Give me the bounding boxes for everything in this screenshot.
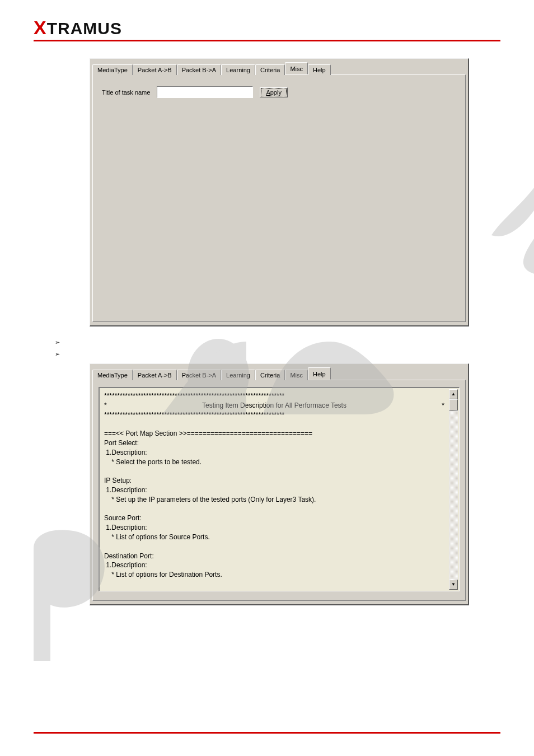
tab-misc[interactable]: Misc xyxy=(285,370,308,380)
help-sp-d2: * List of options for Source Ports. xyxy=(104,533,444,542)
bullet-line: ➢ Apply: Apply the changes. xyxy=(55,349,500,358)
apply-button[interactable]: Apply xyxy=(260,87,288,97)
bullet-line: ➢ Title of task name: Set the name of th… xyxy=(55,338,500,346)
tab-packet-ba[interactable]: Packet B->A xyxy=(177,370,221,380)
misc-tab-body: Title of task name Apply xyxy=(92,74,466,322)
brand-rest: TRAMUS xyxy=(47,19,122,38)
scroll-down-button[interactable]: ▼ xyxy=(449,580,458,590)
brand-x: X xyxy=(34,17,47,38)
tab-criteria[interactable]: Criteria xyxy=(255,370,285,380)
help-sp-h: Source Port: xyxy=(104,514,444,523)
tab-mediatype[interactable]: MediaType xyxy=(92,64,133,75)
help-section-rule: ===<< Port Map Section >>===============… xyxy=(104,429,444,438)
help-title-right: * xyxy=(442,401,444,410)
help-tab-body: ****************************************… xyxy=(92,380,466,601)
brand-logo: XTRAMUS xyxy=(34,17,500,39)
help-blank2 xyxy=(104,466,444,476)
help-textarea[interactable]: ****************************************… xyxy=(99,387,460,591)
help-blank1 xyxy=(104,419,444,429)
tab-packet-ab[interactable]: Packet A->B xyxy=(133,370,177,380)
tab-learning[interactable]: Learning xyxy=(221,370,255,380)
help-stars-top: ****************************************… xyxy=(104,391,444,401)
bullet-icon: ➢ xyxy=(55,339,60,346)
help-scrollbar[interactable]: ▲ ▼ xyxy=(449,389,458,590)
tab-learning[interactable]: Learning xyxy=(221,64,255,75)
help-dp-h: Destination Port: xyxy=(104,552,444,561)
help-title-center: Testing Item Description for All Perform… xyxy=(107,401,442,410)
tabrow-help: MediaType Packet A->B Packet B->A Learni… xyxy=(90,364,468,380)
tab-packet-ba[interactable]: Packet B->A xyxy=(177,64,221,75)
help-ip-h: IP Setup: xyxy=(104,476,444,486)
tab-mediatype[interactable]: MediaType xyxy=(92,370,133,380)
help-ps-d2: * Select the ports to be tested. xyxy=(104,458,444,467)
tab-packet-ab[interactable]: Packet A->B xyxy=(133,64,177,75)
help-window: MediaType Packet A->B Packet B->A Learni… xyxy=(90,363,469,605)
title-label: Title of task name xyxy=(102,89,150,96)
scroll-thumb[interactable] xyxy=(449,399,458,410)
help-title-line: * Testing Item Description for All Perfo… xyxy=(104,401,444,410)
bullet-icon: ➢ xyxy=(55,351,60,358)
tab-misc[interactable]: Misc xyxy=(285,62,308,74)
tab-help[interactable]: Help xyxy=(308,64,331,75)
help-dp-d2: * List of options for Destination Ports. xyxy=(104,570,444,580)
task-name-input[interactable] xyxy=(157,86,253,98)
help-ip-d2: * Set up the IP parameters of the tested… xyxy=(104,495,444,505)
help-ip-d1: 1.Description: xyxy=(104,486,444,495)
help-sp-d1: 1.Description: xyxy=(104,523,444,533)
bottom-rule xyxy=(34,732,500,734)
help-stars-bottom: ****************************************… xyxy=(104,410,444,420)
help-blank3 xyxy=(104,505,444,514)
tabrow-misc: MediaType Packet A->B Packet B->A Learni… xyxy=(90,59,468,74)
scroll-up-button[interactable]: ▲ xyxy=(449,389,458,399)
tab-criteria[interactable]: Criteria xyxy=(255,64,285,75)
help-blank4 xyxy=(104,542,444,552)
tab-help[interactable]: Help xyxy=(308,367,331,380)
brand-rule xyxy=(34,40,500,41)
help-ps-h: Port Select: xyxy=(104,438,444,448)
help-dp-d1: 1.Description: xyxy=(104,561,444,570)
misc-window: MediaType Packet A->B Packet B->A Learni… xyxy=(90,58,469,326)
bullet-list: ➢ Title of task name: Set the name of th… xyxy=(45,338,500,358)
help-ps-d1: 1.Description: xyxy=(104,448,444,458)
scroll-track[interactable] xyxy=(449,399,458,580)
